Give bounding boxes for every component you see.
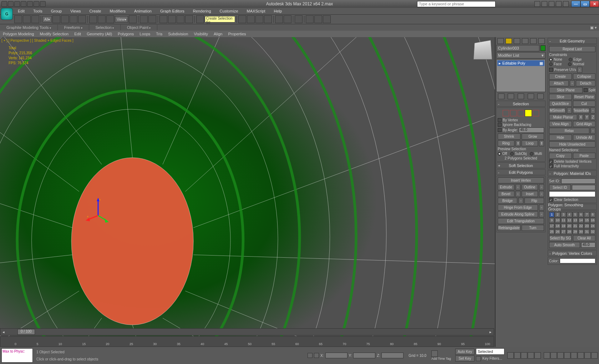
app-logo-button[interactable]: G — [1, 8, 13, 20]
sg-23[interactable]: 23 — [584, 223, 589, 229]
preview-multi-radio[interactable] — [530, 152, 533, 156]
sg-30[interactable]: 30 — [578, 229, 584, 234]
prev-frame-icon[interactable] — [514, 352, 521, 359]
vertex-mode-icon[interactable] — [503, 110, 509, 116]
sg-15[interactable]: 15 — [584, 218, 589, 223]
layers-icon[interactable] — [255, 15, 263, 23]
select-name-icon[interactable] — [61, 15, 69, 23]
angle-snap-icon[interactable] — [168, 15, 176, 23]
transform-gizmo[interactable]: zxy — [86, 198, 111, 223]
planar-x-button[interactable]: X — [578, 114, 583, 120]
manipulate-icon[interactable] — [140, 15, 148, 23]
ribbon-tab-objectpaint[interactable]: Object Paint — [121, 25, 157, 30]
ribbon-collapse-icon[interactable]: ▣ ▾ — [588, 25, 599, 30]
rib-subdiv[interactable]: Subdivision — [165, 31, 191, 37]
help-search-input[interactable] — [417, 1, 496, 7]
sg-25[interactable]: 25 — [549, 229, 554, 234]
rollout-selection-header[interactable]: -Selection — [496, 101, 545, 107]
setkey-button[interactable]: Set Key — [455, 355, 474, 362]
rib-geo[interactable]: Geometry (All) — [84, 31, 115, 37]
constraint-face-radio[interactable] — [549, 62, 553, 66]
sg-7[interactable]: 7 — [584, 212, 589, 217]
rotate-icon[interactable] — [98, 15, 106, 23]
attach-list-icon[interactable]: ▫ — [570, 80, 575, 86]
rib-polygons[interactable]: Polygons — [115, 31, 137, 37]
autokey-button[interactable]: Auto Key — [455, 349, 474, 355]
hinge-settings-icon[interactable]: ▫ — [539, 204, 544, 211]
qat-btn[interactable] — [8, 1, 14, 7]
by-angle-spinner[interactable]: 45.0 — [519, 127, 544, 133]
render-setup-icon[interactable] — [306, 15, 314, 23]
viewport-label[interactable]: [ + ] [ Perspective ] [ Shaded + Edged F… — [1, 39, 73, 42]
sg-21[interactable]: 21 — [573, 223, 578, 229]
render-frame-icon[interactable] — [314, 15, 322, 23]
motion-tab-icon[interactable] — [522, 38, 528, 44]
goto-start-icon[interactable] — [507, 352, 514, 359]
selection-filter-dropdown[interactable]: All ▾ — [42, 16, 52, 22]
inset-button[interactable]: Inset — [522, 191, 538, 197]
rib-polymodel[interactable]: Polygon Modeling — [0, 31, 37, 37]
modifier-list-dropdown[interactable]: Modifier List▾ — [496, 52, 545, 59]
menu-rendering[interactable]: Rendering — [189, 8, 215, 14]
abs-rel-icon[interactable] — [314, 353, 319, 358]
set-id-spinner[interactable] — [561, 178, 595, 184]
inset-settings-icon[interactable]: ▫ — [539, 191, 544, 197]
qat-btn[interactable] — [34, 1, 39, 7]
grid-align-button[interactable]: Grid Align — [573, 121, 596, 127]
percent-snap-icon[interactable] — [177, 15, 184, 23]
polygon-mode-icon[interactable] — [525, 110, 532, 116]
qat-btn[interactable] — [27, 1, 33, 7]
planar-z-button[interactable]: Z — [590, 114, 595, 120]
rollout-smoothing-header[interactable]: -Polygon: Smoothing Groups — [548, 204, 597, 210]
rollout-editgeo-header[interactable]: -Edit Geometry — [548, 38, 597, 44]
rollout-softsel-header[interactable]: +Soft Selection — [496, 162, 545, 168]
refcoord-dropdown[interactable]: View ▾ — [115, 16, 128, 22]
reset-plane-button[interactable]: Reset Plane — [573, 94, 596, 100]
display-tab-icon[interactable] — [530, 38, 537, 44]
unique-icon[interactable] — [518, 93, 524, 99]
ring-spinner[interactable]: ⇕ — [516, 140, 521, 146]
spinner-snap-icon[interactable] — [185, 15, 193, 23]
qat-btn[interactable] — [21, 1, 26, 7]
zoom-all-icon[interactable] — [550, 352, 557, 359]
lock-icon[interactable] — [308, 353, 313, 358]
sg-12[interactable]: 12 — [567, 218, 572, 223]
menu-maxscript[interactable]: MAXScript — [243, 8, 270, 14]
maximize-viewport-icon[interactable] — [591, 352, 598, 359]
sg-29[interactable]: 29 — [573, 229, 578, 234]
constraint-normal-radio[interactable] — [568, 62, 572, 66]
mirror-icon[interactable] — [238, 15, 246, 23]
element-mode-icon[interactable] — [533, 110, 539, 116]
pin-stack-icon[interactable] — [498, 93, 504, 99]
minimize-button[interactable]: — — [571, 1, 580, 7]
key-mode-icon[interactable] — [431, 350, 438, 357]
view-align-button[interactable]: View Align — [549, 121, 572, 127]
menu-help[interactable]: Help — [270, 8, 286, 14]
align-icon[interactable] — [247, 15, 255, 23]
sg-18[interactable]: 18 — [555, 223, 560, 229]
sg-8[interactable]: 8 — [590, 212, 595, 217]
loop-spinner[interactable]: ⇕ — [539, 140, 544, 146]
preserve-uvs-settings-icon[interactable]: ▫ — [577, 67, 582, 73]
material-editor-icon[interactable] — [295, 15, 303, 23]
rollout-matids-header[interactable]: -Polygon: Material IDs — [548, 170, 597, 176]
show-end-icon[interactable] — [508, 93, 514, 99]
sg-9[interactable]: 9 — [549, 218, 554, 223]
tessellate-button[interactable]: Tessellate — [573, 107, 590, 113]
z-field[interactable] — [381, 353, 403, 358]
ribbon-tab-freeform[interactable]: Freeform — [58, 25, 89, 30]
sg-14[interactable]: 14 — [578, 218, 584, 223]
menu-views[interactable]: Views — [66, 8, 85, 14]
tessellate-settings-icon[interactable]: ▫ — [590, 107, 595, 113]
vertex-color-swatch[interactable] — [560, 258, 595, 263]
sg-16[interactable]: 16 — [590, 218, 595, 223]
pan-icon[interactable] — [578, 352, 584, 359]
time-slider[interactable]: ◂ 0 / 100 ▸ — [0, 328, 494, 335]
qat-btn[interactable] — [1, 1, 7, 7]
cut-button[interactable]: Cut — [573, 101, 596, 107]
bridge-settings-icon[interactable]: ▫ — [518, 198, 523, 204]
bevel-settings-icon[interactable]: ▫ — [516, 191, 521, 197]
menu-tools[interactable]: Tools — [29, 8, 47, 14]
ribbon-tab-graphite[interactable]: Graphite Modeling Tools — [0, 25, 58, 30]
clear-all-button[interactable]: Clear All — [573, 235, 596, 241]
